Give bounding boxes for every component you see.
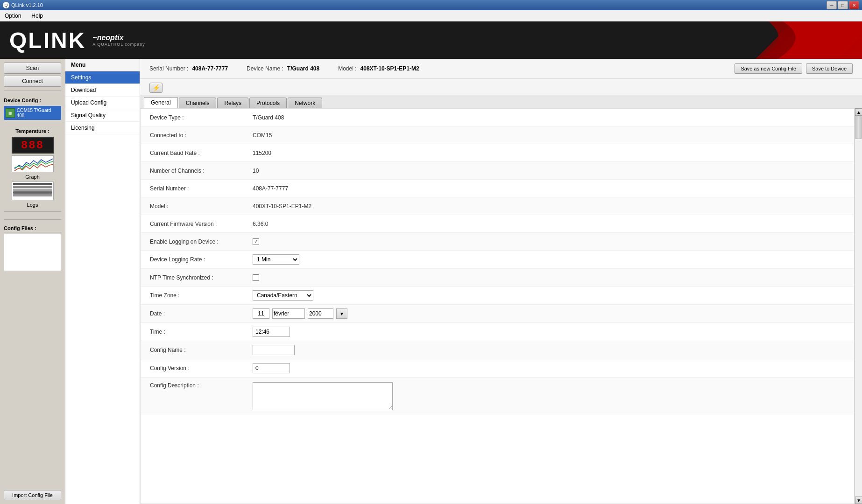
temperature-label: Temperature : bbox=[15, 128, 49, 134]
date-month-input[interactable] bbox=[272, 308, 305, 319]
logging-rate-select[interactable]: 1 Min 5 Min 10 Min 30 Min 1 Hour bbox=[253, 254, 299, 265]
logs-thumb[interactable] bbox=[12, 182, 54, 200]
date-year-input[interactable] bbox=[308, 308, 333, 319]
title-bar-buttons: ─ □ ✕ bbox=[827, 1, 859, 9]
config-description-input[interactable] bbox=[253, 382, 393, 410]
qualtrol-text: A QUALTROL company bbox=[92, 42, 145, 47]
firmware-label: Current Firmware Version : bbox=[150, 221, 253, 227]
tab-network[interactable]: Network bbox=[288, 98, 322, 108]
time-label: Time : bbox=[150, 329, 253, 335]
config-files-separator bbox=[4, 232, 61, 232]
help-menu[interactable]: Help bbox=[28, 12, 46, 20]
device-icon: ▦ bbox=[6, 108, 15, 118]
menu-item-download[interactable]: Download bbox=[65, 84, 140, 97]
field-connected-to: Connected to : COM15 bbox=[141, 126, 854, 144]
enable-logging-checkbox[interactable] bbox=[253, 238, 259, 245]
option-menu[interactable]: Option bbox=[2, 12, 24, 20]
tab-general[interactable]: General bbox=[144, 97, 178, 108]
date-picker-button[interactable]: ▼ bbox=[336, 308, 347, 319]
menu-item-signal-quality[interactable]: Signal Quality bbox=[65, 109, 140, 122]
scrollbar[interactable]: ▲ ▼ bbox=[855, 108, 862, 504]
logo-text: QLINK bbox=[9, 28, 86, 53]
form-content: Device Type : T/Guard 408 Connected to :… bbox=[140, 108, 855, 504]
config-name-label: Config Name : bbox=[150, 347, 253, 353]
config-name-input[interactable] bbox=[253, 345, 295, 355]
field-channels: Number of Channels : 10 bbox=[141, 162, 854, 180]
logs-row-4 bbox=[13, 191, 52, 194]
logs-row-5 bbox=[13, 194, 52, 196]
sidebar-separator-1 bbox=[4, 91, 61, 91]
tab-relays[interactable]: Relays bbox=[217, 98, 248, 108]
serial-number-field-label: Serial Number : bbox=[150, 185, 253, 192]
menu-item-licensing[interactable]: Licensing bbox=[65, 122, 140, 134]
config-version-input[interactable] bbox=[253, 363, 290, 373]
date-label: Date : bbox=[150, 310, 253, 317]
device-type-value: T/Guard 408 bbox=[253, 114, 284, 121]
config-version-label: Config Version : bbox=[150, 365, 253, 371]
device-name-label: COM15 T/Guard 408 bbox=[17, 108, 59, 118]
scrollbar-down-button[interactable]: ▼ bbox=[855, 497, 862, 504]
logo: QLINK ~neoptix A QUALTROL company bbox=[9, 28, 145, 53]
temperatures-graph-thumb[interactable] bbox=[12, 155, 54, 172]
serial-number-field-value: 408A-77-7777 bbox=[253, 185, 288, 192]
save-device-button[interactable]: Save to Device bbox=[806, 63, 853, 74]
config-files-list bbox=[4, 234, 61, 271]
field-enable-logging: Enable Logging on Device : bbox=[141, 233, 854, 251]
connect-button[interactable]: Connect bbox=[4, 76, 61, 87]
sidebar-bottom: Import Config File bbox=[4, 488, 61, 500]
save-config-button[interactable]: Save as new Config File bbox=[735, 63, 802, 74]
header-buttons: Save as new Config File Save to Device bbox=[735, 63, 853, 74]
timezone-select[interactable]: Canada/Eastern Canada/Central Canada/Pac… bbox=[253, 290, 313, 301]
channels-value: 10 bbox=[253, 168, 259, 174]
scrollbar-up-button[interactable]: ▲ bbox=[855, 108, 862, 116]
maximize-button[interactable]: □ bbox=[838, 1, 848, 9]
logo-area: QLINK ~neoptix A QUALTROL company bbox=[0, 21, 862, 59]
scrollbar-track[interactable] bbox=[855, 116, 862, 497]
neoptix-text: ~neoptix bbox=[92, 34, 145, 42]
config-files-label: Config Files : bbox=[4, 225, 61, 231]
minimize-button[interactable]: ─ bbox=[827, 1, 837, 9]
field-config-version: Config Version : bbox=[141, 359, 854, 378]
refresh-row: ⚡ bbox=[140, 79, 862, 95]
import-config-button[interactable]: Import Config File bbox=[4, 490, 61, 500]
field-model: Model : 408XT-10-SP1-EP1-M2 bbox=[141, 197, 854, 215]
firmware-value: 6.36.0 bbox=[253, 221, 268, 227]
time-input[interactable] bbox=[253, 327, 290, 337]
field-config-description: Config Description : bbox=[141, 378, 854, 414]
device-name-pair: Device Name : T/Guard 408 bbox=[247, 65, 319, 72]
app-icon: Q bbox=[3, 2, 9, 8]
channels-label: Number of Channels : bbox=[150, 168, 253, 174]
scrollbar-thumb[interactable] bbox=[855, 116, 862, 139]
refresh-button[interactable]: ⚡ bbox=[149, 83, 163, 93]
device-item[interactable]: ▦ COM15 T/Guard 408 bbox=[4, 106, 61, 120]
timezone-label: Time Zone : bbox=[150, 292, 253, 299]
neoptix-badge: ~neoptix A QUALTROL company bbox=[92, 34, 145, 47]
form-scroll-container: Device Type : T/Guard 408 Connected to :… bbox=[140, 108, 862, 504]
baud-rate-label: Current Baud Rate : bbox=[150, 150, 253, 156]
logs-label[interactable]: Logs bbox=[27, 202, 38, 208]
config-section: Config Files : bbox=[4, 219, 61, 271]
title-bar: Q QLink v1.2.10 ─ □ ✕ bbox=[0, 0, 862, 10]
config-description-label: Config Description : bbox=[150, 382, 253, 389]
logs-row-1 bbox=[13, 183, 52, 185]
temperature-section: Temperature : 888 Graph Logs bbox=[4, 126, 61, 208]
field-timezone: Time Zone : Canada/Eastern Canada/Centra… bbox=[141, 287, 854, 305]
field-date: Date : ▼ bbox=[141, 305, 854, 323]
ntp-checkbox[interactable] bbox=[253, 274, 259, 281]
scan-button[interactable]: Scan bbox=[4, 63, 61, 74]
temperature-display: 888 bbox=[12, 137, 54, 154]
tab-protocols[interactable]: Protocols bbox=[249, 98, 287, 108]
main-layout: Scan Connect Device Config : ▦ COM15 T/G… bbox=[0, 59, 862, 504]
menu-list-header: Menu bbox=[65, 59, 140, 71]
model-pair: Model : 408XT-10-SP1-EP1-M2 bbox=[338, 65, 419, 72]
tab-channels[interactable]: Channels bbox=[179, 98, 217, 108]
menu-item-settings[interactable]: Settings bbox=[65, 71, 140, 84]
device-name-info-value: T/Guard 408 bbox=[287, 65, 319, 72]
date-day-input[interactable] bbox=[253, 308, 269, 319]
title-bar-left: Q QLink v1.2.10 bbox=[3, 2, 43, 8]
close-button[interactable]: ✕ bbox=[849, 1, 859, 9]
menu-item-upload-config[interactable]: Upload Config bbox=[65, 97, 140, 109]
graph-label[interactable]: Graph bbox=[25, 174, 40, 180]
tabs-bar: General Channels Relays Protocols Networ… bbox=[140, 95, 862, 108]
enable-logging-label: Enable Logging on Device : bbox=[150, 238, 253, 245]
